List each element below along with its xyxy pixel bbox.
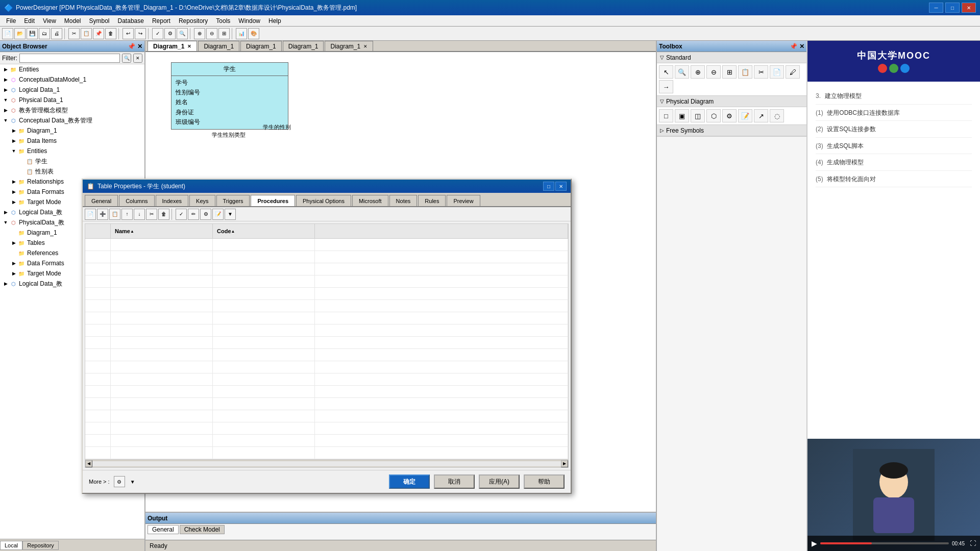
td-name[interactable]	[111, 422, 213, 434]
table-row[interactable]	[85, 361, 568, 373]
modal-tab-microsoft[interactable]: Microsoft	[352, 195, 388, 206]
td-name[interactable]	[111, 312, 213, 324]
tool-copy[interactable]: 📋	[738, 65, 752, 79]
tree-item-logical1[interactable]: ▶ ⬡ Logical Data_1	[0, 85, 144, 95]
td-name[interactable]	[111, 251, 213, 263]
tb-redo[interactable]: ↪	[135, 28, 146, 39]
modal-tab-general[interactable]: General	[85, 195, 118, 206]
cancel-button[interactable]: 取消	[434, 474, 475, 489]
modal-tb-dup[interactable]: 📋	[109, 209, 120, 220]
td-cb[interactable]	[85, 312, 111, 324]
more-options-button[interactable]: ⚙	[114, 476, 125, 487]
td-rest[interactable]	[315, 239, 568, 251]
tool-zoom-fit[interactable]: ⊞	[722, 65, 737, 79]
td-cb[interactable]	[85, 263, 111, 275]
td-name[interactable]	[111, 263, 213, 275]
tool-zoom-in[interactable]: ⊕	[691, 65, 705, 79]
th-name[interactable]: Name ▲	[111, 224, 213, 238]
tool-view[interactable]: ▣	[675, 109, 689, 122]
play-button[interactable]: ▶	[812, 539, 817, 547]
modal-tab-rules[interactable]: Rules	[418, 195, 446, 206]
expand-icon[interactable]: ▶	[10, 128, 17, 133]
td-rest[interactable]	[315, 447, 568, 459]
local-tab[interactable]: Local	[0, 541, 22, 550]
td-name[interactable]	[111, 349, 213, 361]
tree-item-concept-mgmt[interactable]: ▶ ⬡ 教务管理概念模型	[0, 105, 144, 115]
table-row[interactable]	[85, 337, 568, 349]
modal-tb-props[interactable]: ⚙	[200, 209, 211, 220]
td-name[interactable]	[111, 373, 213, 385]
menu-model[interactable]: Model	[60, 16, 85, 26]
td-rest[interactable]	[315, 263, 568, 275]
td-name[interactable]	[111, 410, 213, 422]
table-row[interactable]	[85, 435, 568, 447]
tb-save-all[interactable]: 🗂	[39, 28, 50, 39]
tool-gear[interactable]: ⚙	[722, 109, 737, 122]
td-code[interactable]	[213, 422, 315, 434]
student-entity-box[interactable]: 学生 学号 性别编号 姓名 身份证 班级编号	[171, 62, 288, 130]
diagram-tab-2[interactable]: Diagram_1	[240, 41, 282, 51]
panel-pin[interactable]: 📌	[128, 43, 135, 50]
check-model-tab[interactable]: Check Model	[180, 525, 225, 534]
expand-icon[interactable]: ▶	[2, 67, 9, 72]
tool-zoom-out[interactable]: ⊖	[706, 65, 721, 79]
td-rest[interactable]	[315, 337, 568, 348]
td-cb[interactable]	[85, 398, 111, 410]
tab-close-icon[interactable]: ✕	[363, 44, 368, 49]
diagram-tab-4[interactable]: Diagram_1 ✕	[325, 41, 373, 51]
expand-icon[interactable]: ▶	[10, 240, 17, 245]
fullscreen-button[interactable]: ⛶	[970, 540, 976, 547]
td-cb[interactable]	[85, 349, 111, 361]
minimize-button[interactable]: ─	[929, 3, 943, 13]
modal-tab-columns[interactable]: Columns	[119, 195, 154, 206]
td-rest[interactable]	[315, 361, 568, 373]
td-rest[interactable]	[315, 410, 568, 422]
td-name[interactable]	[111, 324, 213, 336]
expand-icon[interactable]: ▼	[2, 97, 9, 103]
tb-browse[interactable]: 🔍	[177, 28, 188, 39]
tb-open[interactable]: 📂	[14, 28, 26, 39]
help-button[interactable]: 帮助	[524, 474, 565, 489]
td-code[interactable]	[213, 373, 315, 385]
menu-help[interactable]: Help	[264, 16, 285, 26]
toolbox-freesym-header[interactable]: ▷ Free Symbols	[657, 125, 806, 136]
expand-icon[interactable]: ▶	[2, 210, 9, 215]
tool-circle[interactable]: ◌	[770, 109, 784, 122]
modal-tab-procedures[interactable]: Procedures	[251, 195, 295, 206]
tool-arrow[interactable]: →	[659, 80, 673, 93]
tb-undo[interactable]: ↩	[122, 28, 134, 39]
tb-delete[interactable]: 🗑	[105, 28, 116, 39]
table-row[interactable]	[85, 324, 568, 337]
tb-format[interactable]: 🎨	[248, 28, 259, 39]
expand-icon[interactable]: ▶	[2, 87, 9, 92]
modal-tb-add[interactable]: ➕	[97, 209, 108, 220]
tree-item-conceptual1[interactable]: ▶ ⬡ ConceptualDataModel_1	[0, 74, 144, 85]
td-rest[interactable]	[315, 349, 568, 361]
tb-zoom-fit[interactable]: ⊞	[218, 28, 230, 39]
expand-icon[interactable]: ▼	[10, 148, 17, 154]
table-row[interactable]	[85, 373, 568, 386]
table-row[interactable]	[85, 422, 568, 435]
apply-button[interactable]: 应用(A)	[479, 474, 520, 489]
td-cb[interactable]	[85, 239, 111, 251]
menu-window[interactable]: Window	[234, 16, 264, 26]
table-row[interactable]	[85, 410, 568, 422]
table-row[interactable]	[85, 386, 568, 398]
td-cb[interactable]	[85, 410, 111, 422]
table-row[interactable]	[85, 263, 568, 276]
expand-icon[interactable]: ▶	[10, 199, 17, 205]
td-rest[interactable]	[315, 422, 568, 434]
filter-input[interactable]	[19, 54, 120, 63]
repository-tab[interactable]: Repository	[22, 541, 59, 550]
tb-check[interactable]: ✓	[152, 28, 163, 39]
td-name[interactable]	[111, 239, 213, 251]
td-code[interactable]	[213, 361, 315, 373]
tool-link[interactable]: 🖊	[786, 65, 800, 79]
modal-h-scrollbar[interactable]: ◀ ▶	[85, 459, 568, 467]
h-scroll-track[interactable]	[92, 461, 561, 466]
table-row[interactable]	[85, 300, 568, 312]
td-code[interactable]	[213, 288, 315, 299]
tb-zoom-out[interactable]: ⊖	[206, 28, 217, 39]
modal-maximize-button[interactable]: □	[543, 182, 554, 191]
tb-save[interactable]: 💾	[27, 28, 38, 39]
